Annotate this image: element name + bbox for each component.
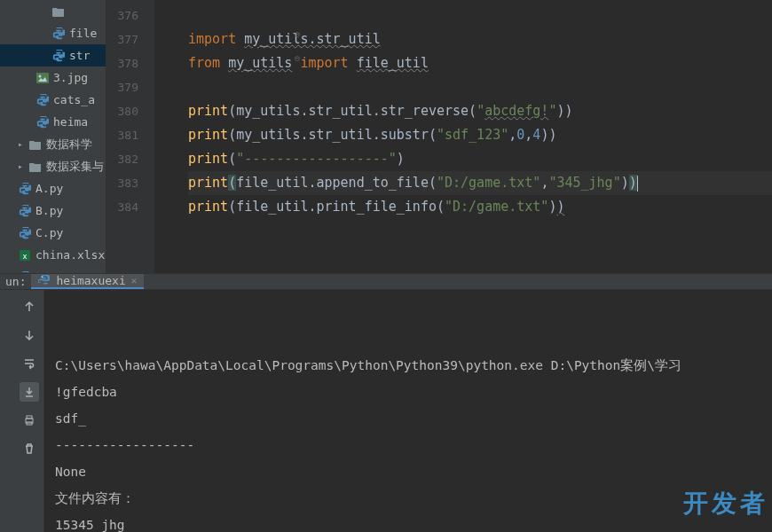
svg-point-12 [42, 276, 43, 277]
line-number[interactable]: 376 [106, 4, 154, 27]
code-line[interactable]: print("------------------") [188, 147, 772, 171]
console-line: 文件内容有： [55, 485, 761, 512]
tree-item[interactable]: str [0, 44, 106, 66]
up-arrow-icon[interactable] [20, 297, 39, 317]
tree-item-label: 数据采集与 [46, 159, 104, 175]
folder-icon [28, 137, 43, 152]
tree-item-label: B.py [35, 204, 63, 217]
svg-text:x: x [23, 252, 28, 261]
run-panel: C:\Users\hawa\AppData\Local\Programs\Pyt… [0, 290, 772, 532]
code-line[interactable]: print(file_util.append_to_file("D:/game.… [188, 171, 772, 195]
tree-item-label: str [69, 49, 90, 62]
main-area: filestr3.jpgcats_aheima▸数据科学▸数据采集与A.pyB.… [0, 0, 772, 273]
console-line: 15345_jhg [55, 512, 761, 532]
svg-point-3 [39, 74, 42, 77]
chevron-right-icon[interactable]: ▸ [18, 161, 28, 171]
line-number[interactable]: 377 [106, 27, 154, 51]
run-tab-label: heimaxuexi [56, 274, 125, 287]
tree-item-label: 3.jpg [53, 71, 88, 84]
fold-icon[interactable]: ⊖ [295, 53, 300, 63]
code-line[interactable]: import my_utils.str_util [188, 27, 772, 51]
tree-item[interactable]: file [0, 22, 106, 44]
tree-item[interactable]: A.py [0, 177, 106, 200]
run-tool-strip [0, 290, 44, 532]
tree-item[interactable]: B.py [0, 200, 106, 222]
tree-item[interactable]: 3.jpg [0, 66, 106, 89]
tree-item-label: C.py [35, 226, 63, 239]
code-line[interactable]: print(file_util.print_file_info("D:/game… [188, 195, 772, 219]
xls-icon: x [18, 248, 32, 262]
img-icon [35, 71, 50, 85]
code-editor[interactable]: ⊖ ⊖ import my_utils.str_utilfrom my_util… [154, 0, 772, 273]
close-icon[interactable]: ✕ [131, 275, 138, 286]
down-arrow-icon[interactable] [20, 325, 39, 345]
code-line[interactable]: print(my_utils.str_util.substr("sdf_123"… [188, 123, 772, 147]
project-tree[interactable]: filestr3.jpgcats_aheima▸数据科学▸数据采集与A.pyB.… [0, 0, 106, 273]
line-number[interactable]: 379 [106, 75, 154, 99]
svg-rect-14 [27, 416, 32, 419]
line-number[interactable]: 380 [106, 99, 154, 123]
console-line: ------------------ [55, 432, 761, 458]
tree-item[interactable]: ▸数据采集与 [0, 155, 106, 177]
tree-item[interactable] [0, 0, 106, 22]
line-number[interactable]: 378 [106, 51, 154, 75]
py-icon [51, 49, 66, 63]
code-line[interactable] [188, 75, 772, 99]
py-icon [51, 27, 66, 41]
tree-item[interactable]: D.py [0, 266, 106, 273]
tree-item-label: file [69, 27, 97, 40]
console-line: None [55, 458, 761, 485]
line-number[interactable]: 381 [106, 123, 154, 147]
run-label: un: [0, 275, 31, 288]
line-number[interactable]: 383 [106, 171, 154, 195]
py-icon [18, 182, 32, 196]
chevron-right-icon[interactable]: ▸ [18, 139, 28, 149]
code-line[interactable]: from my_utils import file_util [188, 51, 772, 75]
print-icon[interactable] [20, 411, 39, 430]
line-number[interactable]: 384 [106, 195, 154, 219]
py-icon [35, 115, 50, 129]
tree-item-label: cats_a [53, 93, 95, 106]
console-output[interactable]: C:\Users\hawa\AppData\Local\Programs\Pyt… [44, 290, 772, 532]
console-line: !gfedcba [55, 379, 761, 405]
tree-item[interactable]: C.py [0, 222, 106, 244]
editor-gutter: 376377378379380381382383384 [106, 0, 154, 273]
console-line: sdf_ [55, 405, 761, 432]
py-icon [35, 93, 50, 107]
console-line: C:\Users\hawa\AppData\Local\Programs\Pyt… [55, 352, 761, 379]
tree-item[interactable]: heima [0, 111, 106, 133]
py-icon [18, 226, 32, 240]
folder-icon [51, 4, 66, 19]
run-tab[interactable]: heimaxuexi ✕ [31, 274, 144, 289]
py-icon [18, 204, 32, 218]
line-number[interactable]: 382 [106, 147, 154, 171]
code-line[interactable]: print(my_utils.str_util.str_reverse("abc… [188, 99, 772, 123]
tree-item[interactable]: xchina.xlsx [0, 244, 106, 266]
fold-icon[interactable]: ⊖ [295, 29, 300, 39]
soft-wrap-icon[interactable] [20, 354, 39, 373]
scroll-to-end-icon[interactable] [20, 382, 39, 402]
tree-item-label: china.xlsx [35, 248, 105, 262]
tree-item[interactable]: cats_a [0, 89, 106, 111]
tree-item-label: A.py [35, 182, 63, 195]
run-toolbar: un: heimaxuexi ✕ [0, 273, 772, 290]
python-icon [38, 275, 51, 287]
trash-icon[interactable] [20, 439, 39, 458]
tree-item[interactable]: ▸数据科学 [0, 133, 106, 155]
folder-icon [28, 160, 43, 174]
code-line[interactable] [188, 4, 772, 27]
svg-rect-2 [36, 73, 49, 83]
tree-item-label: heima [53, 115, 88, 129]
tree-item-label: 数据科学 [46, 137, 92, 153]
caret [637, 176, 638, 192]
